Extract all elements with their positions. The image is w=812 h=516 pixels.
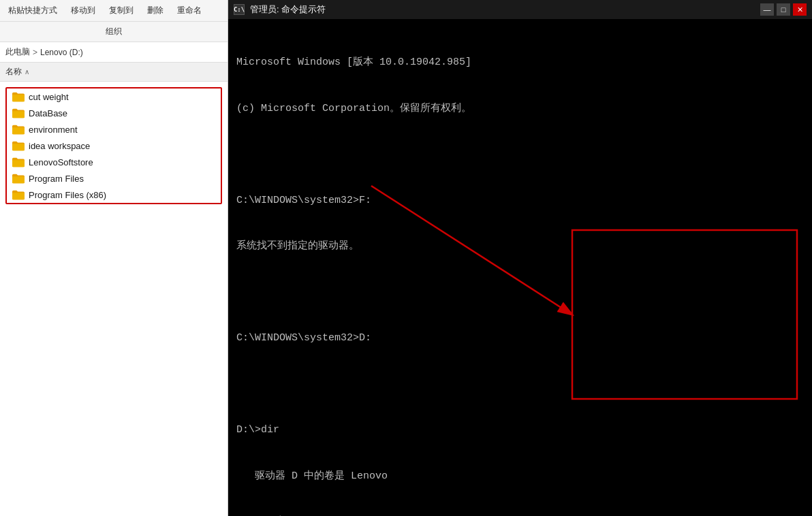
folder-icon-program-files-x86 <box>12 189 25 200</box>
cmd-title: 管理员: 命令提示符 <box>250 3 755 16</box>
folder-label-environment: environment <box>29 125 78 135</box>
cmd-line-2: (c) Microsoft Corporation。保留所有权利。 <box>236 101 804 117</box>
cmd-line-4: C:\WINDOWS\system32>F: <box>236 193 804 209</box>
paste-shortcut-btn[interactable]: 粘贴快捷方式 <box>5 3 60 18</box>
folder-item-database[interactable]: DataBase <box>7 105 221 121</box>
cmd-titlebar: C:\ 管理员: 命令提示符 — □ ✕ <box>228 0 812 19</box>
svg-rect-7 <box>572 230 797 399</box>
folder-item-idea-workspace[interactable]: idea workspace <box>7 138 221 154</box>
cmd-line-10: 驱动器 D 中的卷是 Lenovo <box>236 469 804 485</box>
folder-item-program-files[interactable]: Program Files <box>7 170 221 187</box>
organize-bar: 组织 <box>0 22 228 42</box>
folder-icon-cut-weight <box>12 91 25 102</box>
folder-icon-program-files <box>12 173 25 184</box>
svg-rect-2 <box>12 127 25 134</box>
cmd-content-area: Microsoft Windows [版本 10.0.19042.985] (c… <box>228 19 812 516</box>
breadcrumb: 此电脑 > Lenovo (D:) <box>0 42 228 63</box>
svg-rect-5 <box>12 176 25 183</box>
svg-rect-0 <box>12 95 25 101</box>
breadcrumb-drive[interactable]: Lenovo (D:) <box>40 48 83 57</box>
folder-item-environment[interactable]: environment <box>7 121 221 138</box>
rename-btn[interactable]: 重命名 <box>174 3 204 18</box>
cmd-line-3 <box>236 147 804 163</box>
cmd-icon: C:\ <box>234 4 245 15</box>
svg-rect-4 <box>12 160 25 167</box>
folder-icon-idea-workspace <box>12 140 25 151</box>
annotation-overlay <box>228 19 812 516</box>
cmd-line-8 <box>236 377 804 393</box>
move-to-btn[interactable]: 移动到 <box>68 3 98 18</box>
folder-label-program-files: Program Files <box>29 174 84 184</box>
close-button[interactable]: ✕ <box>793 3 807 16</box>
cmd-window: C:\ 管理员: 命令提示符 — □ ✕ Microsoft Windows [… <box>228 0 812 516</box>
cmd-window-controls: — □ ✕ <box>760 3 807 16</box>
svg-rect-6 <box>12 193 25 199</box>
breadcrumb-separator: > <box>33 48 37 57</box>
cmd-line-7: C:\WINDOWS\system32>D: <box>236 331 804 346</box>
svg-rect-3 <box>12 144 25 150</box>
folder-item-lenovo-softstore[interactable]: LenovoSoftstore <box>7 154 221 170</box>
file-list: cut weight DataBase environment <box>0 82 228 516</box>
breadcrumb-this-pc[interactable]: 此电脑 <box>5 46 30 58</box>
maximize-button[interactable]: □ <box>777 3 790 16</box>
col-sort-icon: ∧ <box>25 68 29 76</box>
copy-to-btn[interactable]: 复制到 <box>106 3 136 18</box>
col-header-name[interactable]: 名称 ∧ <box>0 63 228 82</box>
folder-label-lenovo-softstore: LenovoSoftstore <box>29 157 93 167</box>
organize-label: 组织 <box>106 26 122 37</box>
minimize-button[interactable]: — <box>760 3 774 16</box>
explorer-toolbar: 粘贴快捷方式 移动到 复制到 删除 重命名 <box>0 0 228 22</box>
folder-icon-environment <box>12 124 25 135</box>
col-name-label: 名称 <box>5 66 22 78</box>
folder-icon-lenovo-softstore <box>12 157 25 167</box>
svg-rect-1 <box>12 111 25 118</box>
cmd-line-1: Microsoft Windows [版本 10.0.19042.985] <box>236 55 804 71</box>
highlight-box-left: cut weight DataBase environment <box>5 87 222 204</box>
folder-label-program-files-x86: Program Files (x86) <box>29 190 106 200</box>
folder-item-program-files-x86[interactable]: Program Files (x86) <box>7 187 221 203</box>
folder-label-idea-workspace: idea workspace <box>29 141 90 151</box>
folder-icon-database <box>12 108 25 118</box>
folder-item-cut-weight[interactable]: cut weight <box>7 88 221 105</box>
delete-btn[interactable]: 删除 <box>144 3 166 18</box>
cmd-line-9: D:\>dir <box>236 423 804 438</box>
folder-label-cut-weight: cut weight <box>29 92 69 102</box>
folder-label-database: DataBase <box>29 108 67 118</box>
cmd-line-5: 系统找不到指定的驱动器。 <box>236 239 804 255</box>
file-explorer: 粘贴快捷方式 移动到 复制到 删除 重命名 组织 此电脑 > Lenovo (D… <box>0 0 228 516</box>
cmd-line-6 <box>236 285 804 301</box>
